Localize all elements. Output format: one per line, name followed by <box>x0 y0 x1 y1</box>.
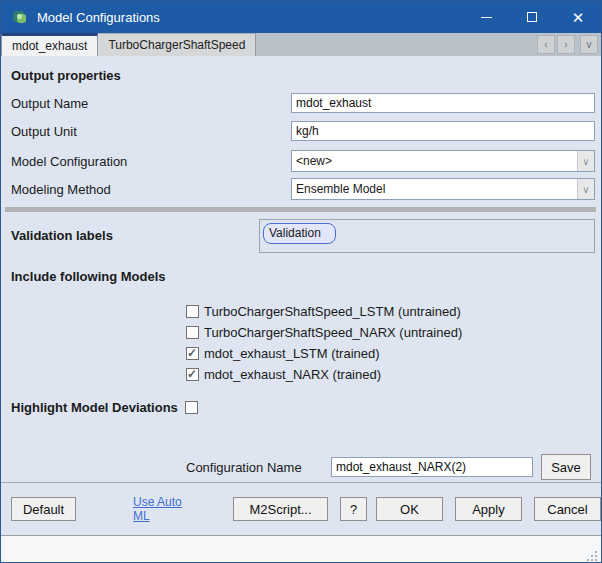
section-include-models: Include following Models <box>11 269 595 285</box>
model-checkbox-row: mdot_exhaust_NARX (trained) <box>186 364 595 385</box>
dialog-content: Output properties Output Name Output Uni… <box>1 56 601 482</box>
maximize-button[interactable] <box>509 1 555 33</box>
app-icon <box>11 8 29 26</box>
configuration-name-input[interactable] <box>331 457 533 477</box>
chevron-left-icon: ‹ <box>544 39 547 50</box>
model-configuration-label: Model Configuration <box>11 154 291 169</box>
tab-list-button[interactable]: v <box>580 35 598 54</box>
m2script-button[interactable]: M2Script... <box>233 497 329 521</box>
checkbox-highlight-deviations[interactable] <box>185 401 198 414</box>
tab-label: mdot_exhaust <box>12 39 87 53</box>
resize-grip-icon[interactable] <box>587 548 598 559</box>
tab-label: TurboChargerShaftSpeed <box>108 38 245 52</box>
output-unit-label: Output Unit <box>11 124 291 139</box>
chevron-down-icon: v <box>587 39 592 50</box>
model-checkbox-row: TurboChargerShaftSpeed_NARX (untrained) <box>186 322 595 343</box>
output-name-label: Output Name <box>11 96 291 111</box>
validation-chip[interactable]: Validation <box>263 223 336 244</box>
output-unit-input[interactable] <box>291 121 595 141</box>
model-checklist: TurboChargerShaftSpeed_LSTM (untrained) … <box>186 301 595 385</box>
checkbox-label: mdot_exhaust_LSTM (trained) <box>204 346 380 361</box>
checkbox-turbochargershaftspeed-narx[interactable] <box>186 326 199 339</box>
tab-bar: mdot_exhaust TurboChargerShaftSpeed ‹ › … <box>1 33 601 56</box>
ok-button[interactable]: OK <box>376 497 443 521</box>
validation-labels-field[interactable]: Validation <box>259 219 595 253</box>
checkbox-turbochargershaftspeed-lstm[interactable] <box>186 305 199 318</box>
validation-labels-label: Validation labels <box>11 219 259 243</box>
minimize-icon <box>481 17 492 18</box>
output-name-input[interactable] <box>291 93 595 113</box>
save-button[interactable]: Save <box>541 454 591 480</box>
chevron-down-icon: ∨ <box>577 179 594 199</box>
tab-navigation: ‹ › v <box>537 33 601 56</box>
tab-next-button[interactable]: › <box>557 35 575 54</box>
modeling-method-row: Modeling Method Ensemble Model ∨ <box>11 178 595 200</box>
highlight-deviations-label: Highlight Model Deviations <box>11 400 178 415</box>
model-configuration-value: <new> <box>292 154 577 168</box>
tab-spacer <box>256 33 537 56</box>
checkbox-label: TurboChargerShaftSpeed_NARX (untrained) <box>204 325 462 340</box>
checkbox-mdot-exhaust-narx[interactable] <box>186 368 199 381</box>
model-configuration-row: Model Configuration <new> ∨ <box>11 150 595 172</box>
title-bar: Model Configurations ✕ <box>1 1 601 33</box>
modeling-method-select[interactable]: Ensemble Model ∨ <box>291 178 595 200</box>
configuration-name-label: Configuration Name <box>186 460 331 475</box>
close-button[interactable]: ✕ <box>555 1 601 33</box>
configuration-name-row: Configuration Name Save <box>11 454 595 480</box>
model-checkbox-row: TurboChargerShaftSpeed_LSTM (untrained) <box>186 301 595 322</box>
highlight-deviations-row: Highlight Model Deviations <box>11 400 595 415</box>
output-name-row: Output Name <box>11 93 595 113</box>
tab-mdot-exhaust[interactable]: mdot_exhaust <box>1 33 98 56</box>
output-unit-row: Output Unit <box>11 121 595 141</box>
button-bar: Default Use Auto ML M2Script... ? OK App… <box>1 483 601 535</box>
model-configuration-select[interactable]: <new> ∨ <box>291 150 595 172</box>
checkbox-mdot-exhaust-lstm[interactable] <box>186 347 199 360</box>
chevron-down-icon: ∨ <box>577 151 594 171</box>
tab-turbochargershaftspeed[interactable]: TurboChargerShaftSpeed <box>98 33 256 56</box>
modeling-method-value: Ensemble Model <box>292 182 577 196</box>
help-button[interactable]: ? <box>340 497 367 521</box>
section-output-properties: Output properties <box>11 68 595 84</box>
checkbox-label: TurboChargerShaftSpeed_LSTM (untrained) <box>204 304 461 319</box>
cancel-button[interactable]: Cancel <box>534 497 601 521</box>
modeling-method-label: Modeling Method <box>11 182 291 197</box>
apply-button[interactable]: Apply <box>455 497 522 521</box>
window-title: Model Configurations <box>37 10 160 25</box>
section-separator <box>5 207 596 212</box>
validation-labels-row: Validation labels Validation <box>11 219 595 253</box>
model-checkbox-row: mdot_exhaust_LSTM (trained) <box>186 343 595 364</box>
default-button[interactable]: Default <box>11 497 76 521</box>
chevron-right-icon: › <box>564 39 567 50</box>
tab-prev-button[interactable]: ‹ <box>537 35 555 54</box>
minimize-button[interactable] <box>463 1 509 33</box>
model-configurations-dialog: Model Configurations ✕ mdot_exhaust Turb… <box>0 0 602 563</box>
checkbox-label: mdot_exhaust_NARX (trained) <box>204 367 381 382</box>
maximize-icon <box>527 12 537 22</box>
close-icon: ✕ <box>572 10 585 25</box>
status-footer <box>1 535 601 562</box>
use-auto-ml-link[interactable]: Use Auto ML <box>133 495 201 523</box>
